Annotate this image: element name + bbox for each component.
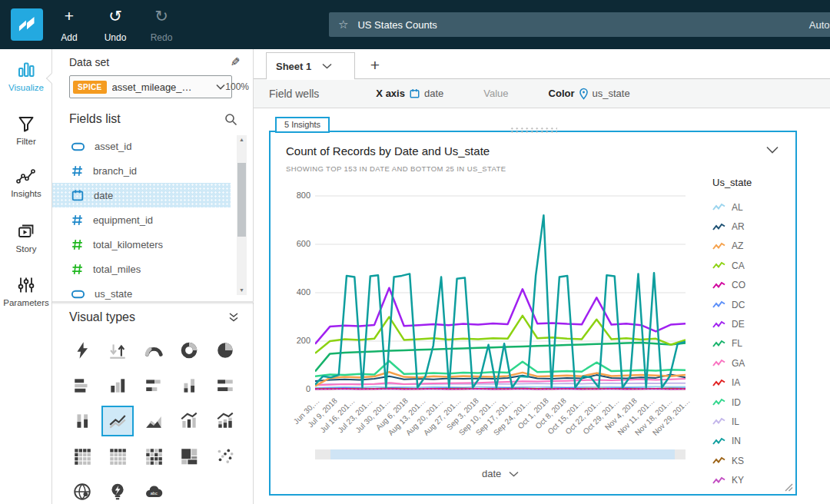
legend-line-swatch-icon [712,398,726,406]
sheet-tab-bar: Sheet 1 + [254,49,830,79]
scrollbar-left-cap[interactable] [315,449,330,459]
line-series-DE[interactable] [315,288,686,344]
legend-item-CO[interactable]: CO [712,276,792,295]
legend-item-IA[interactable]: IA [712,373,792,393]
visual-type-area-chart-icon[interactable] [138,406,170,436]
drag-handle-icon[interactable] [510,127,557,134]
legend-item-KS[interactable]: KS [712,451,792,470]
visual-type-insights-icon[interactable] [101,476,134,504]
nav-item-story[interactable]: Story [0,222,52,276]
visual-type-gauge-icon[interactable] [138,335,170,366]
legend-item-AR[interactable]: AR [712,217,792,236]
redo-button[interactable]: ↻ Redo [143,8,180,43]
chart-horizontal-scrollbar[interactable] [315,449,686,459]
visual-title[interactable]: Count of Records by Date and Us_state [286,144,490,158]
visual-type-line-chart-icon[interactable] [101,406,134,436]
legend-item-DC[interactable]: DC [712,295,792,314]
field-item-us_state[interactable]: us_state [52,281,254,300]
nav-item-filter[interactable]: Filter [0,114,52,168]
visual-subtitle: SHOWING TOP 153 IN DATE AND BOTTOM 25 IN… [286,164,506,173]
legend-item-AZ[interactable]: AZ [712,237,792,256]
visual-type-tree-map-icon[interactable] [173,441,205,472]
add-button[interactable]: + Add [51,8,88,43]
field-item-equipment_id[interactable]: equipment_id [52,207,254,232]
legend-item-IN[interactable]: IN [712,432,792,451]
field-item-date[interactable]: date [52,183,231,207]
legend-item-DE[interactable]: DE [712,314,792,333]
legend-line-swatch-icon [712,281,726,290]
edit-dataset-pencil-icon[interactable]: ✎ [231,55,241,69]
nav-item-label: Story [16,244,37,254]
visual-type-vertical-stacked-bar-icon[interactable] [173,370,205,401]
fields-scrollbar[interactable]: ▲ ▼ [237,135,247,295]
visual-type-combo-bar-line-icon[interactable] [173,406,205,436]
legend-item-KY[interactable]: KY [712,470,792,489]
field-item-branch_id[interactable]: branch_id [52,158,254,183]
autosave-label[interactable]: Autos [809,19,830,31]
visual-type-word-cloud-icon[interactable]: abc [138,476,170,504]
field-item-asset_id[interactable]: asset_id [52,134,254,158]
x-axis-well[interactable]: X axis date [376,88,443,99]
legend-item-FL[interactable]: FL [712,334,792,353]
value-well[interactable]: Value [483,88,508,99]
analysis-title-bar[interactable]: ☆ US States Counts Autos [329,12,830,37]
measure-field-icon [71,263,84,276]
legend-item-IL[interactable]: IL [712,412,792,431]
nav-item-insights[interactable]: Insights [0,168,52,222]
field-item-total_kilometers[interactable]: total_kilometers [52,232,254,257]
redo-icon: ↻ [154,8,168,25]
sheet-tab[interactable]: Sheet 1 [266,52,355,79]
legend-item-CA[interactable]: CA [712,256,792,275]
visual-type-donut-icon[interactable] [173,335,205,366]
add-sheet-button[interactable]: + [364,54,387,77]
legend-item-label: AZ [732,240,743,251]
visual-type-table-icon[interactable] [101,441,134,472]
dataset-select[interactable]: SPICE asset_mileage_… [69,75,232,98]
visual-type-pivot-table-icon[interactable] [66,441,98,472]
undo-button[interactable]: ↺ Undo [97,8,134,43]
scrollbar-right-cap[interactable] [675,449,686,459]
field-item-total_miles[interactable]: total_miles [52,257,254,281]
visual-type-kpi-icon[interactable] [101,335,134,366]
star-icon[interactable]: ☆ [338,18,348,32]
scroll-down-icon[interactable]: ▼ [237,286,247,295]
visual-type-horizontal-stacked-bar-icon[interactable] [138,370,170,401]
visual-type-vertical-bar-icon[interactable] [101,370,134,401]
search-icon[interactable] [224,113,237,126]
scroll-up-icon[interactable]: ▲ [237,135,247,144]
insights-badge[interactable]: 5 Insights [275,117,330,133]
visual-type-heat-map-icon[interactable] [138,441,170,472]
line-series-IN[interactable] [315,215,686,387]
story-icon [17,222,35,242]
quicksight-logo-icon[interactable] [11,8,43,41]
visual-type-vertical-100-stacked-bar-icon[interactable] [66,406,98,436]
visual-type-auto-graph-icon[interactable] [66,335,98,366]
resize-handle-icon[interactable] [785,483,793,492]
visual-type-horizontal-bar-icon[interactable] [66,370,98,401]
collapse-double-chevron-icon[interactable] [228,313,239,323]
visual-type-combo-stacked-bar-line-icon[interactable] [209,406,241,436]
visual-type-points-on-map-icon[interactable] [66,476,98,504]
value-well-label: Value [483,88,508,99]
nav-item-visualize[interactable]: Visualize [0,61,52,114]
visual-menu-chevron-icon[interactable] [766,146,779,154]
color-well-value: us_state [593,88,630,99]
y-axis-tick-label: 0 [281,384,310,393]
legend-item-ID[interactable]: ID [712,393,792,412]
legend-item-GA[interactable]: GA [712,353,792,373]
x-axis-well-value: date [424,88,443,99]
color-well[interactable]: Color us_state [549,88,630,100]
nav-item-label: Visualize [8,83,44,92]
visual-type-horizontal-100-stacked-bar-icon[interactable] [209,370,241,401]
scrollbar-thumb[interactable] [237,163,246,237]
legend-item-AL[interactable]: AL [712,197,792,217]
field-wells-bar[interactable]: Field wells X axis date Value Color us_s… [254,79,830,108]
x-axis-field-dropdown[interactable]: date [315,468,686,479]
number-field-icon [71,164,84,177]
visual-type-pie-icon[interactable] [209,335,241,366]
scrollbar-thumb[interactable] [330,449,675,459]
visual-type-scatter-plot-icon[interactable] [209,441,241,472]
undo-icon: ↺ [108,8,122,25]
legend-item-label: AR [732,221,745,232]
nav-item-parameters[interactable]: Parameters [0,276,52,330]
